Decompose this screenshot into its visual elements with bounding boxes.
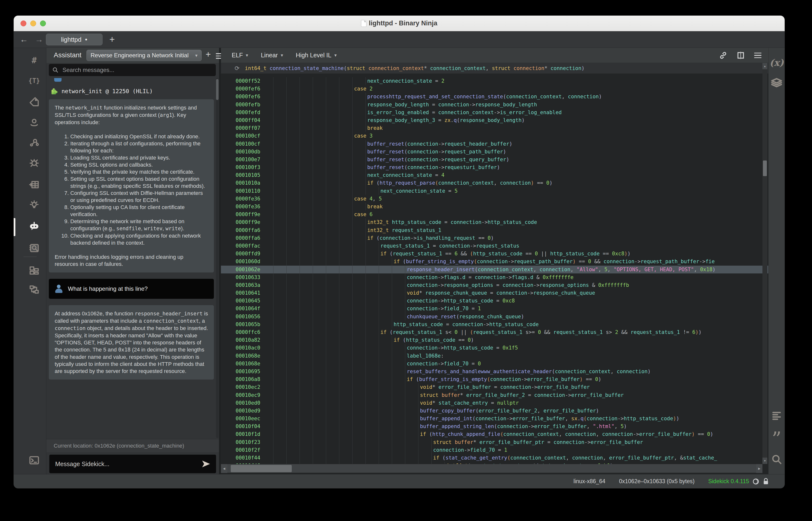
address[interactable]: 0000ff52 <box>221 77 260 85</box>
address[interactable]: 00010ed0 <box>221 399 260 407</box>
format-dropdown[interactable]: ELF▾ <box>232 52 248 59</box>
listing-row[interactable]: 00010f44if (stat_cache_get_entry(connect… <box>221 454 768 462</box>
comments-icon[interactable]: ” <box>772 429 782 448</box>
message-composer[interactable] <box>49 455 216 473</box>
assistant-scrollbar[interactable] <box>216 78 218 438</box>
listing-row[interactable]: 0000ff9ecase 6 <box>221 210 768 218</box>
listing-row[interactable]: 0001010aif (http_request_parse(connectio… <box>221 179 768 187</box>
address[interactable]: 0000ff9e <box>221 210 260 218</box>
listing-row[interactable]: 00010f2fconnection->field_70 = 1 <box>221 446 768 454</box>
listing-row[interactable]: 00010f1dif (http_chunk_append_file(conne… <box>221 430 768 438</box>
address[interactable]: 00010f46 <box>221 462 260 464</box>
address[interactable]: 00010ec9 <box>221 391 260 399</box>
address[interactable]: 000100cf <box>221 132 260 140</box>
vertical-scrollbar[interactable]: ▲ ▼ <box>763 63 767 464</box>
listing-row[interactable]: 0000fef6case 2 <box>221 85 768 93</box>
listing-row[interactable]: 00010ec2void* error_file_buffer = connec… <box>221 383 768 391</box>
address[interactable]: 0000fe36 <box>221 203 260 210</box>
new-tab-button[interactable]: + <box>109 33 115 45</box>
strings-icon[interactable]: # <box>28 54 40 66</box>
listing-row[interactable]: 000100f3buffer_reset(connection->request… <box>221 163 768 171</box>
types-icon[interactable]: {T} <box>28 75 40 87</box>
address[interactable]: 00010ec2 <box>221 383 260 391</box>
address[interactable]: 0001068e <box>221 360 260 368</box>
tab-lighttpd[interactable]: lighttpd ● <box>46 33 103 45</box>
listing-row[interactable]: 0000ffa6if (connection->is_handling_requ… <box>221 234 768 242</box>
listing-row[interactable]: 00010656chunkqueue_reset(response_chunk_… <box>221 313 768 320</box>
address[interactable]: 0000ffac <box>221 242 260 250</box>
address[interactable]: 0001063a <box>221 281 260 289</box>
listing-row[interactable]: 00010645connection->http_status_code = 0… <box>221 297 768 304</box>
listing-row[interactable]: 0001068elabel_1068e: <box>221 352 768 360</box>
tags-icon[interactable] <box>28 96 40 108</box>
address[interactable]: 0000fefd <box>221 109 260 116</box>
listing-row[interactable]: 000100e7buffer_reset(connection->request… <box>221 156 768 163</box>
listing-row[interactable]: 00010a82if (http_status_code == 0) <box>221 336 768 344</box>
horizontal-scrollbar[interactable]: ◀ ▶ <box>221 464 763 473</box>
log-lines-icon[interactable] <box>771 410 782 422</box>
address[interactable]: 0000ffd9 <box>221 250 260 257</box>
scroll-down-button[interactable]: ▼ <box>763 458 767 464</box>
sidekick-status[interactable]: Sidekick 0.4.115 <box>708 478 769 485</box>
view-menu-button[interactable] <box>754 51 762 60</box>
address[interactable]: 0000fe36 <box>221 195 260 203</box>
listing-row[interactable]: 0000fe36case 4, 5 <box>221 195 768 203</box>
address[interactable]: 0001010a <box>221 179 260 187</box>
address[interactable]: 0001062e <box>221 266 260 273</box>
listing-row[interactable]: 0000ff9eint32_t http_status_code = conne… <box>221 218 768 226</box>
listing-row[interactable]: 00010eecbuffer_append_int(connection->er… <box>221 415 768 423</box>
address[interactable]: 00010f2f <box>221 446 260 454</box>
address[interactable]: 0001064f <box>221 304 260 313</box>
memory-map-icon[interactable] <box>28 116 40 129</box>
cross-references-icon[interactable] <box>28 137 40 149</box>
listing-row[interactable]: 000100cfbuffer_reset(connection->request… <box>221 140 768 148</box>
address[interactable]: 00010105 <box>221 171 260 179</box>
address[interactable]: 00010eec <box>221 415 260 423</box>
address[interactable]: 00010ed9 <box>221 407 260 415</box>
sidekick-icon[interactable] <box>28 220 40 232</box>
listing-row[interactable]: 0000ffd9if (request_status_1 == 6 && (ht… <box>221 250 768 257</box>
listing-row[interactable]: 00010ac0connection->http_status_code = 0… <box>221 344 768 352</box>
listing-row[interactable]: 00010695reset_buffers_and_handlewww_auth… <box>221 368 768 376</box>
address[interactable]: 0000ffc6 <box>221 328 260 336</box>
address[interactable]: 0000fef6 <box>221 85 260 93</box>
address[interactable]: 00010f44 <box>221 454 260 462</box>
address[interactable]: 0001068e <box>221 352 260 360</box>
address[interactable]: 0000ffa6 <box>221 226 260 234</box>
address[interactable]: 0000fefb <box>221 101 260 109</box>
split-view-icon[interactable] <box>736 51 745 60</box>
listing-row[interactable]: 0000ff04response_body_length_3 = zx.q(re… <box>221 116 768 124</box>
scroll-up-button[interactable]: ▲ <box>763 63 767 69</box>
address[interactable]: 00010f23 <box>221 438 260 446</box>
listing-row[interactable]: 00010105next_connection_state = 4 <box>221 171 768 179</box>
debugger-icon[interactable] <box>28 157 40 169</box>
stack-layers-icon[interactable] <box>770 76 783 90</box>
address[interactable]: 0000ff9e <box>221 218 260 226</box>
listing-row[interactable]: 0000ffc6if (request_status_1 s< 0 || (re… <box>221 328 768 336</box>
lock-icon[interactable] <box>763 478 769 485</box>
listing-row[interactable]: 0000fefdis_error_log_enabled = connectio… <box>221 109 768 116</box>
assistant-scrollbar-thumb[interactable] <box>216 79 218 100</box>
address[interactable]: 00010656 <box>221 313 260 320</box>
listing-row[interactable]: 0001064fconnection->field_70 = 1 <box>221 304 768 313</box>
variables-icon[interactable]: (x) <box>770 57 784 68</box>
scroll-left-button[interactable]: ◀ <box>221 464 227 473</box>
control-flow-icon[interactable] <box>28 284 40 296</box>
current-line[interactable]: 0001062eresponse_header_insert(connectio… <box>221 266 768 273</box>
listing-row[interactable]: 0001063aconnection->response_options = c… <box>221 281 768 289</box>
terminal-icon[interactable] <box>28 454 40 467</box>
context-chip[interactable]: network_init @ 12250 (HLIL) <box>50 87 214 95</box>
address[interactable]: 0000ff04 <box>221 116 260 124</box>
address[interactable]: 00010ac0 <box>221 344 260 352</box>
listing-row[interactable]: 0000fe36break <box>221 203 768 210</box>
forward-arrow-icon[interactable]: → <box>34 33 44 45</box>
listing-row[interactable]: 0000ffacrequest_status_1 = connection->r… <box>221 242 768 250</box>
maximize-window-button[interactable] <box>40 21 46 26</box>
address[interactable]: 00010645 <box>221 297 260 304</box>
horizontal-scrollbar-thumb[interactable] <box>231 465 292 472</box>
listing-row[interactable]: 00010641void* response_chunk_queue = con… <box>221 289 768 297</box>
function-signature[interactable]: ⟳int64_t connection_state_machine(struct… <box>221 63 768 74</box>
listing-row[interactable]: 00010ec9struct buffer* error_file_buffer… <box>221 391 768 399</box>
listing-row[interactable]: 0000fef6processhttp_request_and_set_conn… <box>221 93 768 100</box>
listing-row[interactable]: 0001065bhttp_status_code = connection->h… <box>221 320 768 328</box>
